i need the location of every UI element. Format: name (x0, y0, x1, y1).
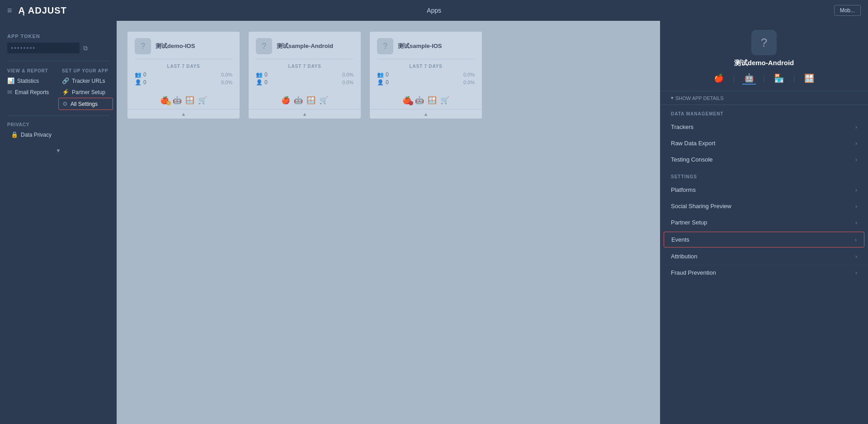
windows-tab[interactable]: 🪟 (802, 72, 816, 84)
card-app-icon-2: ? (377, 38, 393, 54)
stats-label-1: LAST 7 DAYS (256, 64, 354, 69)
app-token-label: APP TOKEN (7, 33, 109, 39)
settings-label: SETTINGS (660, 168, 868, 182)
fraud-prevention-item[interactable]: Fraud Prevention › (660, 265, 868, 281)
card-header-1: ? 测试sample-Android (249, 32, 361, 59)
stats-row-reattrib-1: 👤 0 0.0% (256, 79, 354, 86)
installs-val-2: 0 (386, 71, 389, 78)
card-header-0: ? 测试demo-IOS (127, 32, 240, 59)
hamburger-menu[interactable]: ≡ (7, 6, 12, 15)
card-expand-0[interactable]: ▲ (127, 109, 240, 119)
card-stats-1: LAST 7 DAYS 👥 0 0.0% 👤 0 0.0% (249, 59, 361, 91)
windows-icon-2: 🪟 (428, 96, 437, 105)
reattrib-pct-2: 0.0% (463, 80, 475, 85)
ios-icon-0: 🍎 ! (160, 96, 169, 105)
card-app-icon-0: ? (135, 38, 151, 54)
app-token-section: APP TOKEN •••••••• ⧉ (0, 28, 117, 57)
collapse-arrow: ▼ (56, 148, 61, 154)
android-tab[interactable]: 🤖 (742, 72, 756, 85)
main-content: ? 测试demo-IOS LAST 7 DAYS 👥 0 0.0% (117, 21, 660, 424)
ios-tab[interactable]: 🍎 (712, 72, 726, 84)
reattrib-val-1: 0 (264, 79, 268, 86)
mobile-button[interactable]: Mob... (834, 5, 861, 16)
partner-setup-right-item[interactable]: Partner Setup › (660, 214, 868, 231)
show-details-btn[interactable]: ▾ SHOW APP DETAILS (660, 91, 868, 105)
card-stats-0: LAST 7 DAYS 👥 0 0.0% 👤 0 0.0% (127, 59, 240, 91)
card-expand-1[interactable]: ▲ (249, 109, 361, 119)
installs-icon-val-1: 👥 0 (256, 71, 268, 78)
setup-col: SET UP YOUR APP 🔗 Tracker URLs ⚡ Partner… (58, 67, 113, 110)
trackers-item[interactable]: Trackers › (660, 119, 868, 135)
privacy-icon: 🔒 (11, 131, 18, 138)
reattrib-val-2: 0 (386, 79, 389, 86)
android-icon-2: 🤖 (415, 96, 424, 105)
partner-setup-right-chevron: › (855, 219, 857, 226)
partner-icon: ⚡ (62, 89, 69, 95)
email-reports-item[interactable]: ✉ Email Reports (4, 86, 58, 98)
installs-pct-2: 0.0% (463, 72, 475, 77)
card-header-2: ? 测试sample-IOS (370, 32, 482, 59)
stats-label-2: LAST 7 DAYS (377, 64, 475, 69)
copy-icon[interactable]: ⧉ (83, 44, 88, 52)
tracker-urls-item[interactable]: 🔗 Tracker URLs (58, 75, 113, 86)
platform-tabs: 🍎 | 🤖 | 🏪 | 🪟 (712, 72, 816, 85)
testing-console-chevron: › (855, 157, 857, 163)
ios-icon-2: 🍎 (402, 96, 411, 105)
stats-row-reattrib-2: 👤 0 0.0% (377, 79, 475, 86)
reattrib-icon-val-2: 👤 0 (377, 79, 389, 86)
top-nav: ≡ Ą ADJUST Apps Mob... (0, 0, 868, 21)
raw-data-export-item[interactable]: Raw Data Export › (660, 135, 868, 152)
data-privacy-label: Data Privacy (21, 132, 52, 138)
app-token-bar: •••••••• ⧉ (7, 43, 109, 53)
main-layout: APP TOKEN •••••••• ⧉ VIEW & REPORT 📊 Sta… (0, 0, 868, 424)
tracker-urls-label: Tracker URLs (72, 78, 105, 84)
right-app-icon: ? (751, 30, 777, 55)
view-report-label: VIEW & REPORT (4, 67, 58, 75)
installs-pct-0: 0.0% (221, 72, 232, 77)
app-token-value: •••••••• (7, 43, 80, 53)
testing-console-label: Testing Console (671, 156, 713, 163)
app-card-2[interactable]: ? 测试sample-IOS LAST 7 DAYS 👥 0 0.0% (370, 32, 482, 119)
reattrib-icon-val-1: 👤 0 (256, 79, 268, 86)
statistics-item[interactable]: 📊 Statistics (4, 75, 58, 86)
data-management-label: DATA MANAGEMENT (660, 105, 868, 119)
events-label: Events (671, 236, 689, 243)
app-card-1[interactable]: ? 测试sample-Android LAST 7 DAYS 👥 0 0.0% (249, 32, 361, 119)
raw-data-export-label: Raw Data Export (671, 140, 715, 147)
trackers-chevron: › (855, 124, 857, 130)
amazon-icon-0: 🛒 (198, 96, 207, 105)
app-cards-container: ? 测试demo-IOS LAST 7 DAYS 👥 0 0.0% (127, 32, 649, 119)
left-sidebar: APP TOKEN •••••••• ⧉ VIEW & REPORT 📊 Sta… (0, 21, 117, 424)
card-app-name-1: 测试sample-Android (277, 42, 333, 50)
platform-icons-1: 🍎 🤖 🪟 🛒 (249, 91, 361, 109)
windows-icon-1: 🪟 (307, 96, 316, 105)
attribution-label: Attribution (671, 253, 698, 260)
social-sharing-preview-item[interactable]: Social Sharing Preview › (660, 198, 868, 214)
setup-label: SET UP YOUR APP (58, 67, 113, 75)
installs-val-0: 0 (143, 71, 146, 78)
view-report-col: VIEW & REPORT 📊 Statistics ✉ Email Repor… (4, 67, 58, 110)
email-reports-label: Email Reports (15, 89, 49, 95)
reattrib-icon-1: 👤 (256, 79, 263, 86)
social-sharing-preview-label: Social Sharing Preview (671, 203, 731, 210)
all-settings-item[interactable]: ⚙ All Settings (58, 98, 113, 110)
events-item[interactable]: Events › (664, 232, 864, 248)
ios-badge-0: ! (166, 101, 171, 105)
reattrib-icon-val-0: 👤 0 (135, 79, 146, 86)
attribution-item[interactable]: Attribution › (660, 248, 868, 265)
android-icon-0: 🤖 (173, 96, 182, 105)
android-icon-1: 🤖 (294, 96, 303, 105)
windows-store-tab[interactable]: 🏪 (772, 72, 786, 84)
trackers-label: Trackers (671, 124, 693, 130)
testing-console-item[interactable]: Testing Console › (660, 152, 868, 168)
card-expand-2[interactable]: ▲ (370, 109, 482, 119)
reattrib-pct-0: 0.0% (221, 80, 232, 85)
social-sharing-preview-chevron: › (855, 203, 857, 210)
page-title: Apps (427, 7, 441, 14)
sidebar-collapse[interactable]: ▼ (0, 144, 117, 157)
app-card-0[interactable]: ? 测试demo-IOS LAST 7 DAYS 👥 0 0.0% (127, 32, 240, 119)
right-app-header: ? 测试demo-Android 🍎 | 🤖 | 🏪 | 🪟 (660, 21, 868, 91)
platforms-item[interactable]: Platforms › (660, 182, 868, 198)
partner-setup-item[interactable]: ⚡ Partner Setup (58, 86, 113, 98)
data-privacy-item[interactable]: 🔒 Data Privacy (0, 129, 117, 140)
